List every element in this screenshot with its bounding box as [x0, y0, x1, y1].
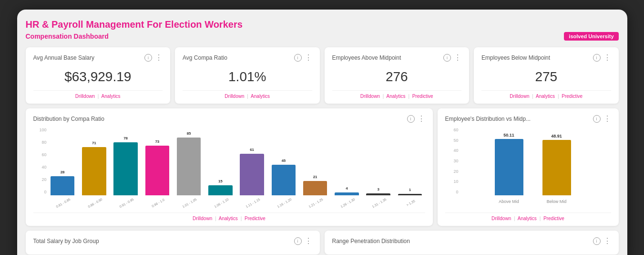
- drilldown-link[interactable]: Drilldown: [193, 216, 212, 221]
- analytics-link[interactable]: Analytics: [387, 94, 406, 99]
- bar-group: 151.06 - 1.10: [205, 128, 235, 195]
- metric-cards-row: Avg Annual Base Salary i ⋮ $63,929.19 Dr…: [26, 47, 619, 104]
- bar-value-label: 50.11: [503, 133, 514, 138]
- drilldown-link[interactable]: Drilldown: [360, 94, 380, 99]
- more-options-icon[interactable]: ⋮: [603, 237, 611, 245]
- info-icon[interactable]: i: [294, 54, 302, 62]
- bar[interactable]: 15: [208, 185, 233, 195]
- isolved-badge[interactable]: isolved University: [564, 32, 618, 41]
- midpoint-bars-area: 50.11Above Mid48.91Below Mid: [460, 128, 606, 195]
- predictive-link[interactable]: Predictive: [543, 216, 564, 221]
- midpoint-bar[interactable]: 48.91: [542, 140, 571, 195]
- midpoint-bar[interactable]: 50.11: [495, 139, 523, 195]
- range-penetration-card: Range Penetration Distribution i ⋮: [325, 231, 619, 255]
- bar-value-label: 85: [187, 131, 191, 136]
- predictive-link[interactable]: Predictive: [245, 216, 266, 221]
- more-options-icon[interactable]: ⋮: [155, 54, 163, 62]
- bar-value-label: 1: [409, 188, 411, 192]
- card-header: Employees Above Midpoint i ⋮: [332, 54, 462, 62]
- distribution-chart-title: Distribution by Compa Ratio: [33, 116, 104, 122]
- employees-below-card: Employees Below Midpoint i ⋮ 275 Drilldo…: [474, 47, 619, 104]
- bar-x-label: 1.01 - 1.05: [182, 198, 197, 209]
- bar-value-label: 4: [346, 186, 348, 191]
- employees-above-value: 276: [332, 65, 462, 90]
- info-icon[interactable]: i: [593, 237, 601, 245]
- bar[interactable]: 1: [398, 194, 422, 195]
- range-penetration-title: Range Penetration Distribution: [332, 238, 410, 244]
- info-icon[interactable]: i: [443, 54, 451, 62]
- card-header: Avg Annual Base Salary i ⋮: [33, 54, 163, 62]
- bar[interactable]: 78: [113, 142, 138, 195]
- analytics-link[interactable]: Analytics: [102, 94, 121, 99]
- more-options-icon[interactable]: ⋮: [305, 237, 312, 245]
- bar[interactable]: 21: [303, 181, 327, 195]
- subtitle-row: Compensation Dashboard isolved Universit…: [26, 32, 619, 41]
- bar[interactable]: 61: [240, 154, 264, 195]
- drilldown-link[interactable]: Drilldown: [510, 94, 529, 99]
- info-icon[interactable]: i: [407, 115, 415, 123]
- more-options-icon[interactable]: ⋮: [603, 115, 611, 123]
- card-icons: i ⋮: [443, 54, 461, 62]
- distribution-chart-footer: Drilldown | Analytics | Predictive: [33, 212, 425, 221]
- avg-base-salary-card: Avg Annual Base Salary i ⋮ $63,929.19 Dr…: [26, 47, 171, 104]
- predictive-link[interactable]: Predictive: [412, 94, 433, 99]
- bar-x-label: 0.96 - 1.0: [151, 198, 165, 208]
- bar-group: 31.31 - 1.35: [363, 128, 393, 195]
- avg-base-salary-footer: Drilldown | Analytics: [33, 90, 163, 99]
- info-icon[interactable]: i: [593, 54, 601, 62]
- drilldown-link[interactable]: Drilldown: [491, 216, 511, 221]
- more-options-icon[interactable]: ⋮: [603, 54, 611, 62]
- drilldown-link[interactable]: Drilldown: [75, 94, 95, 99]
- y-axis: 60 50 40 30 20 10 0: [445, 128, 459, 194]
- bars-area: 280.81 - 0.85710.86 - 0.90780.91 - 0.957…: [48, 128, 425, 195]
- bar[interactable]: 45: [272, 165, 296, 195]
- bottom-cards-row: Total Salary by Job Group i ⋮ Range Pene…: [26, 231, 619, 255]
- card-icons: i ⋮: [294, 237, 312, 245]
- employees-below-footer: Drilldown | Analytics | Predictive: [481, 90, 611, 99]
- bar[interactable]: 73: [145, 146, 170, 195]
- bar[interactable]: 4: [335, 192, 359, 195]
- midpoint-bar-chart-container: 60 50 40 30 20 10 0 50.11Above Mid48.91B…: [445, 128, 611, 209]
- charts-row: Distribution by Compa Ratio i ⋮ 100 80 6…: [26, 108, 619, 226]
- midpoint-bar-x-label: Above Mid: [499, 199, 519, 204]
- bar[interactable]: 71: [82, 147, 106, 195]
- bar-group: 780.91 - 0.95: [111, 128, 141, 195]
- employees-above-title: Employees Above Midpoint: [332, 54, 401, 61]
- bar[interactable]: 85: [177, 138, 201, 195]
- bar-x-label: 0.81 - 0.85: [56, 198, 71, 209]
- avg-compa-ratio-value: 1.01%: [183, 65, 312, 90]
- bar-group: 211.21 - 1.25: [300, 128, 330, 195]
- analytics-link[interactable]: Analytics: [251, 94, 270, 99]
- analytics-link[interactable]: Analytics: [219, 216, 238, 221]
- chart-header: Total Salary by Job Group i ⋮: [33, 237, 312, 245]
- bar-group: 1> 1.35: [395, 128, 425, 195]
- drilldown-link[interactable]: Drilldown: [225, 94, 244, 99]
- more-options-icon[interactable]: ⋮: [418, 115, 425, 123]
- analytics-link[interactable]: Analytics: [518, 216, 537, 221]
- info-icon[interactable]: i: [593, 115, 601, 123]
- compensation-dashboard-label: Compensation Dashboard: [26, 32, 109, 40]
- card-icons: i ⋮: [593, 237, 611, 245]
- bar[interactable]: 28: [51, 176, 75, 195]
- analytics-link[interactable]: Analytics: [536, 94, 555, 99]
- more-options-icon[interactable]: ⋮: [454, 54, 461, 62]
- bar-x-label: > 1.35: [406, 199, 416, 207]
- avg-compa-ratio-card: Avg Compa Ratio i ⋮ 1.01% Drilldown | An…: [175, 47, 320, 104]
- predictive-link[interactable]: Predictive: [562, 94, 583, 99]
- card-icons: i ⋮: [294, 54, 312, 62]
- more-options-icon[interactable]: ⋮: [305, 54, 312, 62]
- bar-group: 851.01 - 1.05: [174, 128, 204, 195]
- info-icon[interactable]: i: [294, 237, 302, 245]
- bar-value-label: 28: [61, 170, 65, 174]
- bar-group: 611.11 - 1.15: [237, 128, 267, 195]
- midpoint-chart-footer: Drilldown | Analytics | Predictive: [445, 212, 611, 221]
- midpoint-bar-group: 50.11Above Mid: [495, 128, 523, 195]
- employees-above-card: Employees Above Midpoint i ⋮ 276 Drilldo…: [325, 47, 470, 104]
- chart-header: Distribution by Compa Ratio i ⋮: [33, 115, 425, 123]
- chart-header: Employee's Distribution vs Midp... i ⋮: [445, 115, 611, 123]
- bar[interactable]: 3: [366, 193, 390, 195]
- avg-base-salary-title: Avg Annual Base Salary: [33, 54, 95, 61]
- bar-x-label: 1.16 - 1.20: [276, 198, 292, 209]
- bar-value-label: 73: [155, 139, 159, 144]
- info-icon[interactable]: i: [144, 54, 152, 62]
